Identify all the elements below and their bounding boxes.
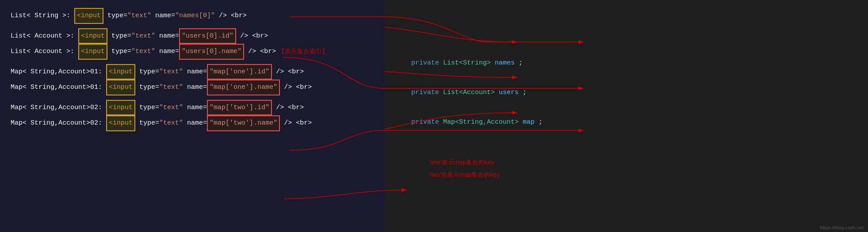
code-line-6: Map< String,Account>02: <input type="tex… [11,100,374,116]
field-names: names [495,59,515,67]
kw-private-2: private [411,89,439,96]
text-map-02-2: Map< String,Account>02: [11,116,106,130]
name-map-one-name: "map['one'].name" [207,80,280,95]
right-panel: private List<String> names ; private Lis… [385,0,868,232]
text-map-01-2: Map< String,Account>01: [11,80,106,95]
annotation-two: 'two'也表示map集合的key [429,168,841,181]
text-type-5: type="text" name= [135,80,207,95]
text-list-string: List< String >: [11,9,74,23]
field-users: users [499,89,519,96]
text-list-account-1: List< Account >: [11,29,78,43]
input-tag-4: <input [106,64,135,80]
text-br-4: /> <br> [272,65,304,79]
field-map: map [523,118,535,126]
semi-3: ; [539,118,543,126]
code-line-1: List< String >: <input type="text" name=… [11,8,374,24]
text-type-2: type="text" name= [107,29,179,43]
kw-private-3: private [411,118,439,126]
semi-1: ; [519,59,523,67]
name-users-name: "users[0].name" [179,44,244,60]
code-line-4: Map< String,Account>01: <input type="tex… [11,64,374,80]
input-tag-6: <input [106,100,135,116]
key-annotations: 'one'表示map集合的key 'two'也表示map集合的key [429,156,841,181]
name-map-two-name: "map['two'].name" [207,115,280,131]
type-list-account: List<Account> [443,89,495,96]
input-tag-2: <input [78,28,107,44]
code-line-5: Map< String,Account>01: <input type="tex… [11,80,374,95]
code-line-7: Map< String,Account>02: <input type="tex… [11,115,374,131]
type-map: Map<String,Account> [443,118,519,126]
kw-private-1: private [411,59,439,67]
text-type-4: type="text" name= [135,65,207,79]
input-tag-7: <input [106,115,135,131]
type-list-string: List<String> [443,59,491,67]
text-map-01-1: Map< String,Account>01: [11,65,106,79]
text-br-6: /> <br> [272,101,304,115]
code-line-3: List< Account >: <input type="text" name… [11,44,374,60]
annotation-one: 'one'表示map集合的key [429,156,841,168]
watermark: https://blog.csdn.net [820,225,864,230]
private-declarations: private List<String> names ; private Lis… [411,51,841,134]
name-map-two-id: "map['two'].id" [207,100,272,116]
text-type-3: type="text" name= [107,45,179,59]
input-tag-1: <input [74,8,103,24]
text-type-1: type="text" name="names[0]" /> <br> [103,9,247,23]
input-tag-5: <input [106,80,135,95]
private-line-users: private List<Account> users ; [411,89,841,96]
code-line-2: List< Account >: <input type="text" name… [11,28,374,44]
text-br-2: /> <br> [236,29,268,43]
input-tag-3: <input [78,44,107,60]
name-users-id: "users[0].id" [179,28,236,44]
left-panel: List< String >: <input type="text" name=… [0,0,385,232]
private-line-map: private Map<String,Account> map ; [411,118,841,126]
text-map-02-1: Map< String,Account>02: [11,101,106,115]
text-br-5: /> <br> [280,80,312,95]
private-line-names: private List<String> names ; [411,59,841,67]
text-br-7: /> <br> [280,116,312,130]
semi-2: ; [523,89,527,96]
text-type-7: type="text" name= [135,116,207,130]
text-br-3: /> <br> [244,45,276,59]
text-type-6: type="text" name= [135,101,207,115]
annotation-index: 【表示集合索引】 [279,45,328,58]
name-map-one-id: "map['one'].id" [207,64,272,80]
text-list-account-2: List< Account >: [11,45,78,59]
